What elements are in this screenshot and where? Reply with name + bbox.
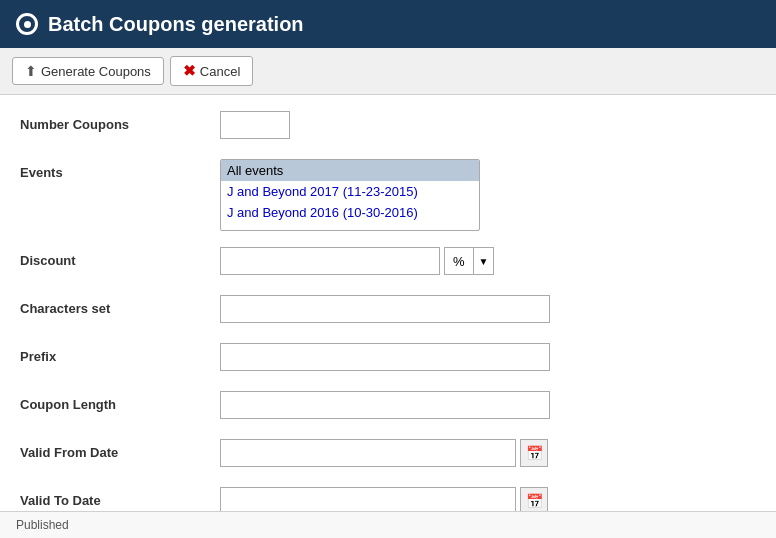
- discount-row: Discount % ▼: [20, 247, 756, 279]
- status-text: Published: [16, 518, 69, 532]
- cancel-label: Cancel: [200, 64, 240, 79]
- valid-from-row: Valid From Date 📅: [20, 439, 756, 471]
- valid-from-calendar-button[interactable]: 📅: [520, 439, 548, 467]
- characters-set-control: [220, 295, 756, 323]
- prefix-input[interactable]: [220, 343, 550, 371]
- generate-coupons-label: Generate Coupons: [41, 64, 151, 79]
- valid-from-control: 📅: [220, 439, 756, 467]
- prefix-row: Prefix: [20, 343, 756, 375]
- events-control: All events J and Beyond 2017 (11-23-2015…: [220, 159, 756, 231]
- number-coupons-input[interactable]: [220, 111, 290, 139]
- discount-control: % ▼: [220, 247, 756, 275]
- valid-from-wrap: 📅: [220, 439, 756, 467]
- prefix-control: [220, 343, 756, 371]
- prefix-label: Prefix: [20, 343, 220, 364]
- cancel-button[interactable]: ✖ Cancel: [170, 56, 253, 86]
- characters-set-label: Characters set: [20, 295, 220, 316]
- coupon-length-row: Coupon Length: [20, 391, 756, 423]
- discount-label: Discount: [20, 247, 220, 268]
- characters-set-row: Characters set: [20, 295, 756, 327]
- page-title: Batch Coupons generation: [48, 13, 304, 36]
- coupon-length-input[interactable]: [220, 391, 550, 419]
- page-header: Batch Coupons generation: [0, 0, 776, 48]
- events-listbox[interactable]: All events J and Beyond 2017 (11-23-2015…: [220, 159, 480, 231]
- discount-unit-label: %: [445, 248, 474, 274]
- discount-input[interactable]: [220, 247, 440, 275]
- coupon-length-label: Coupon Length: [20, 391, 220, 412]
- valid-to-label: Valid To Date: [20, 487, 220, 508]
- upload-icon: ⬆: [25, 63, 37, 79]
- events-label: Events: [20, 159, 220, 180]
- events-option-all: All events: [221, 160, 479, 181]
- coupon-length-control: [220, 391, 756, 419]
- toolbar: ⬆ Generate Coupons ✖ Cancel: [0, 48, 776, 95]
- number-coupons-row: Number Coupons: [20, 111, 756, 143]
- discount-unit-arrow[interactable]: ▼: [474, 248, 494, 274]
- status-bar: Published: [0, 511, 776, 538]
- characters-set-input[interactable]: [220, 295, 550, 323]
- generate-coupons-button[interactable]: ⬆ Generate Coupons: [12, 57, 164, 85]
- discount-wrap: % ▼: [220, 247, 756, 275]
- events-option-2: J and Beyond 2016 (10-30-2016): [221, 202, 479, 223]
- events-row: Events All events J and Beyond 2017 (11-…: [20, 159, 756, 231]
- calendar-icon-2: 📅: [526, 493, 543, 509]
- valid-from-input[interactable]: [220, 439, 516, 467]
- events-option-1: J and Beyond 2017 (11-23-2015): [221, 181, 479, 202]
- number-coupons-control: [220, 111, 756, 139]
- discount-unit-select[interactable]: % ▼: [444, 247, 494, 275]
- cancel-icon: ✖: [183, 62, 196, 80]
- form-area: Number Coupons Events All events J and B…: [0, 95, 776, 538]
- calendar-icon: 📅: [526, 445, 543, 461]
- valid-from-label: Valid From Date: [20, 439, 220, 460]
- header-icon: [16, 13, 38, 35]
- number-coupons-label: Number Coupons: [20, 111, 220, 132]
